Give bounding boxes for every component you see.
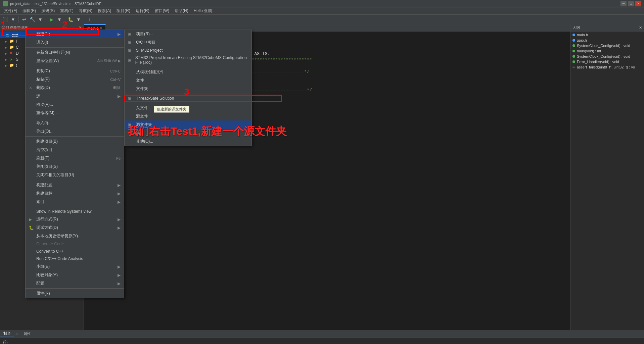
ctx-item-buildtarget[interactable]: 构建目标 ▶ bbox=[26, 189, 124, 198]
minimize-button[interactable]: ─ bbox=[620, 1, 627, 6]
menu-item-1[interactable]: 编辑(E) bbox=[20, 7, 39, 14]
ctx-item-source[interactable]: 源 ▶ bbox=[26, 92, 124, 100]
ctx-item-showremote[interactable]: Show in Remote Systems view bbox=[26, 208, 124, 215]
sub-item-sourcefolder[interactable]: ▣ 源文件夹 bbox=[125, 120, 251, 129]
outline-item-mainh[interactable]: main.h bbox=[570, 32, 644, 38]
ctx-label-properties: 属性(R) bbox=[36, 291, 121, 296]
ctx-item-copy[interactable]: 复制(C) Ctrl+C bbox=[26, 67, 124, 75]
bottom-tab-properties[interactable]: 属性 bbox=[20, 331, 34, 337]
sub-item-cplusplus[interactable]: ▣ C/C++项目 bbox=[125, 38, 251, 47]
ctx-label-index: 索引 bbox=[36, 199, 115, 205]
ctx-item-closeunrelated[interactable]: 关闭不相关的项目(U) bbox=[26, 171, 124, 179]
outline-close-icon[interactable]: ✕ bbox=[639, 26, 642, 30]
sub-item-project[interactable]: ▣ 项目(R)... bbox=[125, 30, 251, 38]
ctx-item-paste[interactable]: 粘贴(P) Ctrl+V bbox=[26, 75, 124, 84]
sub-sep-1 bbox=[125, 67, 251, 67]
sub-label-sourcefile: 源文件 bbox=[136, 113, 148, 119]
ctx-label-paste: 粘贴(P) bbox=[36, 77, 110, 82]
toolbar-button-1[interactable]: ⬛ bbox=[1, 16, 9, 23]
toolbar-debug-arrow[interactable]: ▼ bbox=[75, 16, 82, 23]
sub-item-stm32existing[interactable]: ▣ STM32 Project from an Existing STM32Cu… bbox=[125, 54, 251, 66]
ctx-item-clean[interactable]: 清空项目 bbox=[26, 146, 124, 154]
ctx-item-history[interactable]: 从本地历史记录复原(Y)... bbox=[26, 232, 124, 240]
outline-item-sysclock2[interactable]: SystemClock_Config(void) : void bbox=[570, 54, 644, 59]
sub-item-other[interactable]: 其他(O)... bbox=[125, 137, 251, 146]
ctx-item-debug[interactable]: 🐛 调试方式(D) ▶ bbox=[26, 224, 124, 232]
bottom-tab-console[interactable]: 制台 bbox=[0, 330, 14, 337]
sub-item-folder[interactable]: 文件夹 bbox=[125, 85, 251, 93]
ctx-item-showloc[interactable]: 显示位置(W) Alt+Shift+W ▶ bbox=[26, 57, 124, 65]
outline-panel: 大纲 ✕ main.h gpio.h SystemClock_Config(vo… bbox=[570, 24, 644, 330]
ctx-item-import[interactable]: 导入(I)... bbox=[26, 119, 124, 127]
outline-item-sysclock[interactable]: SystemClock_Config(void) : void bbox=[570, 43, 644, 48]
ctx-item-compare[interactable]: 比较对象(A) ▶ bbox=[26, 271, 124, 279]
ctx-item-enter[interactable]: 进入(I) bbox=[26, 38, 124, 47]
ctx-label-delete: 删除(D) bbox=[36, 85, 113, 91]
sub-item-class[interactable]: 类 bbox=[125, 129, 251, 137]
ctx-item-new[interactable]: 新建(N) ▶ bbox=[26, 30, 124, 38]
ctx-sep-2 bbox=[26, 66, 124, 66]
menu-item-2[interactable]: 源码(S) bbox=[39, 7, 57, 14]
ctx-item-build[interactable]: 构建项目(B) bbox=[26, 137, 124, 146]
ctx-item-openwindow[interactable]: 在新窗口中打开(N) bbox=[26, 48, 124, 57]
ctx-label-refresh: 刷新(F) bbox=[36, 155, 116, 161]
menu-item-0[interactable]: 文件(F) bbox=[1, 7, 20, 14]
toolbar-button-5[interactable]: ▼ bbox=[37, 16, 44, 23]
ctx-item-config[interactable]: 配置 ▶ bbox=[26, 279, 124, 288]
outline-item-main[interactable]: main(void) : int bbox=[570, 48, 644, 54]
sub-icon-stm32: ▣ bbox=[128, 48, 134, 53]
ctx-label-team: 小组(E) bbox=[36, 264, 115, 269]
sub-icon-threadsafe: ▣ bbox=[128, 96, 134, 101]
ctx-label-export: 导出(O)... bbox=[36, 129, 121, 134]
ctx-item-properties[interactable]: 属性(R) bbox=[26, 289, 124, 298]
outline-item-error[interactable]: Error_Handler(void) : void bbox=[570, 59, 644, 64]
menu-item-3[interactable]: 重构(T) bbox=[57, 7, 76, 14]
sub-item-fromtemplate[interactable]: 从模板创建文件 bbox=[125, 68, 251, 76]
ctx-shortcut-refresh: F5 bbox=[116, 156, 121, 160]
ctx-item-team[interactable]: 小组(E) ▶ bbox=[26, 262, 124, 271]
outline-item-gpioh[interactable]: gpio.h bbox=[570, 38, 644, 43]
menu-item-6[interactable]: 项目(R) bbox=[114, 7, 133, 14]
menu-item-4[interactable]: 导航(N) bbox=[76, 7, 95, 14]
toolbar-run[interactable]: ▶ bbox=[48, 16, 55, 23]
sub-item-header[interactable]: 头文件 bbox=[125, 104, 251, 112]
ctx-item-delete[interactable]: ✕ 删除(D) 删除 bbox=[26, 84, 124, 92]
tree-label-s: S bbox=[16, 57, 18, 62]
menu-item-7[interactable]: 运行(R) bbox=[133, 7, 152, 14]
ctx-item-codeanalysis[interactable]: Run C/C++ Code Analysis bbox=[26, 255, 124, 262]
ctx-label-gencode: Generate Code bbox=[36, 242, 121, 246]
toolbar-info[interactable]: ℹ bbox=[86, 16, 93, 23]
ctx-item-rename[interactable]: 重命名(M)... bbox=[26, 109, 124, 117]
ctx-arrow-new: ▶ bbox=[118, 32, 121, 37]
outline-label-main: main(void) : int bbox=[577, 49, 601, 53]
toolbar-button-4[interactable]: 🔨 bbox=[29, 16, 36, 23]
toolbar-button-2[interactable]: ▼ bbox=[9, 16, 17, 23]
ctx-item-closeproject[interactable]: 关闭项目(S) bbox=[26, 162, 124, 171]
ctx-item-export[interactable]: 导出(O)... bbox=[26, 127, 124, 136]
ctx-item-run[interactable]: ▶ 运行方式(R) ▶ bbox=[26, 215, 124, 224]
ctx-label-closeunrelated: 关闭不相关的项目(U) bbox=[36, 172, 121, 178]
ctx-item-index[interactable]: 索引 ▶ bbox=[26, 198, 124, 206]
tree-arrow-t: ▸ bbox=[5, 64, 9, 67]
ctx-item-move[interactable]: 移动(V)... bbox=[26, 100, 124, 109]
ctx-arrow-run: ▶ bbox=[118, 217, 121, 222]
toolbar-debug[interactable]: 🐛 bbox=[67, 16, 74, 23]
toolbar-run-arrow[interactable]: ▼ bbox=[56, 16, 63, 23]
sub-item-threadsafe[interactable]: ▣ Thread-Safe Solution bbox=[125, 95, 251, 102]
outline-item-assert[interactable]: ✏ assert_failed(uint8_t*, uint32_t) : vo bbox=[570, 64, 644, 70]
sub-item-sourcefile[interactable]: 源文件 bbox=[125, 112, 251, 120]
toolbar-button-3[interactable]: ↩ bbox=[20, 16, 28, 23]
menu-item-10[interactable]: Hello 亚鹏 bbox=[191, 7, 215, 14]
ctx-item-buildconfig[interactable]: 构建配置 ▶ bbox=[26, 181, 124, 189]
close-button[interactable]: ✕ bbox=[635, 1, 641, 6]
menu-item-8[interactable]: 窗口(W) bbox=[152, 7, 172, 14]
outline-dot-5 bbox=[572, 55, 575, 58]
sub-item-file[interactable]: 文件 bbox=[125, 76, 251, 85]
sub-label-cplusplus: C/C++项目 bbox=[136, 40, 156, 45]
maximize-button[interactable]: □ bbox=[628, 1, 634, 6]
menu-item-9[interactable]: 帮助(H) bbox=[172, 7, 191, 14]
ctx-item-refresh[interactable]: 刷新(F) F5 bbox=[26, 154, 124, 162]
menu-item-5[interactable]: 搜索(A) bbox=[95, 7, 114, 14]
sub-item-stm32project[interactable]: ▣ STM32 Project bbox=[125, 47, 251, 54]
ctx-item-converttocpp[interactable]: Convert to C++ bbox=[26, 248, 124, 255]
